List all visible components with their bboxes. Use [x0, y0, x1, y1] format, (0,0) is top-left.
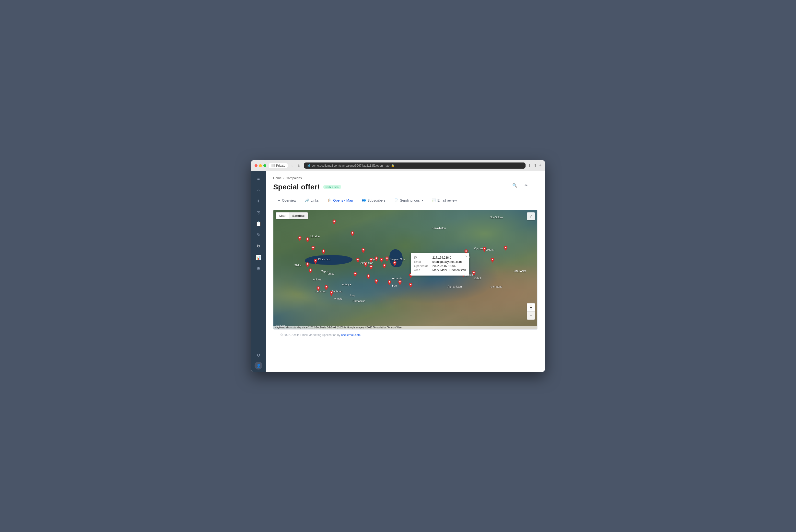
pin-41[interactable]	[504, 246, 507, 251]
close-button[interactable]	[254, 164, 258, 167]
pin-13[interactable]	[369, 258, 373, 263]
pin-26[interactable]	[409, 283, 413, 287]
sidebar-item-profile[interactable]: 👤	[254, 362, 262, 369]
popup-area-label: Area	[414, 268, 430, 272]
sidebar-item-campaigns[interactable]: ✈	[253, 196, 263, 206]
map-type-satellite[interactable]: Satellite	[289, 212, 308, 219]
browser-chrome: ⬜ Private ‹ ↻ M demo.acellemail.com/camp…	[251, 160, 545, 171]
pin-14[interactable]	[375, 256, 378, 261]
pin-9[interactable]	[322, 249, 325, 254]
sidebar-item-editor[interactable]: ✎	[253, 230, 263, 240]
tab-links-label: Links	[310, 198, 319, 202]
tab-opens-map-label: Opens - Map	[333, 198, 353, 202]
map-satellite: Map Satellite Ukraine Kazakhstan Black S…	[273, 210, 537, 329]
popup-opened-at-label: Opened at	[414, 264, 430, 268]
breadcrumb-home[interactable]: Home	[273, 176, 282, 180]
svg-point-43	[318, 287, 319, 289]
sidebar-item-analytics[interactable]: ↻	[253, 241, 263, 251]
pin-7[interactable]	[309, 268, 312, 273]
svg-point-25	[410, 284, 412, 285]
tab-sending-logs-label: Sending logs	[400, 198, 420, 202]
pin-40[interactable]	[491, 258, 494, 263]
map-zoom-in[interactable]: +	[527, 304, 535, 312]
share-icon[interactable]: ⬆	[534, 163, 537, 168]
map-type-map[interactable]: Map	[276, 212, 289, 219]
browser-actions: ⬇ ⬆ +	[528, 163, 542, 168]
pin-39[interactable]	[472, 271, 476, 276]
svg-point-15	[386, 258, 388, 259]
minimize-button[interactable]	[259, 164, 262, 167]
sidebar-item-settings[interactable]: ⚙	[253, 264, 263, 273]
pin-24[interactable]	[398, 280, 402, 285]
pin-44[interactable]	[317, 286, 320, 291]
sidebar-item-forms[interactable]: 📋	[253, 219, 263, 229]
pin-5[interactable]	[314, 259, 317, 264]
theme-button[interactable]: ☀	[522, 181, 530, 189]
pin-43[interactable]	[330, 291, 333, 296]
sidebar-item-reports[interactable]: 📊	[253, 252, 263, 262]
pin-15[interactable]	[380, 258, 383, 263]
page-header-area: 🔍 ☀ Home › Campaigns Special offer! SEND…	[273, 176, 537, 191]
maximize-button[interactable]	[263, 164, 266, 167]
search-button[interactable]: 🔍	[511, 181, 519, 189]
pin-3[interactable]	[306, 238, 309, 242]
pin-18[interactable]	[393, 261, 397, 266]
pin-22[interactable]	[375, 279, 378, 284]
pin-21[interactable]	[367, 274, 370, 279]
tabs: ✦ Overview 🔗 Links 📋 Opens - Map 👥 Subsc…	[273, 196, 537, 205]
sidebar-item-automation[interactable]: ◷	[253, 208, 263, 217]
sidebar-toggle[interactable]: ≡	[253, 174, 263, 184]
footer-link[interactable]: acellemail.com	[341, 333, 361, 337]
pin-11[interactable]	[356, 258, 360, 263]
back-button[interactable]: ‹	[290, 163, 294, 168]
popup-ip-label: IP	[414, 256, 430, 260]
pin-42[interactable]	[325, 285, 328, 290]
tab-links[interactable]: 🔗 Links	[301, 196, 323, 205]
tab-sending-logs[interactable]: 📄 Sending logs ▾	[390, 196, 428, 205]
label-baghdad: Iraq	[350, 294, 355, 297]
pin-1[interactable]	[333, 220, 336, 224]
download-icon[interactable]: ⬇	[528, 163, 531, 168]
links-icon: 🔗	[305, 198, 309, 202]
page-title-row: Special offer! SENDING	[273, 183, 537, 191]
pin-2[interactable]	[298, 236, 302, 241]
svg-point-38	[473, 272, 475, 273]
sidebar-item-history[interactable]: ↺	[253, 350, 263, 360]
lock-icon: 🔒	[391, 164, 395, 167]
tab-overview-label: Overview	[282, 198, 296, 202]
address-bar[interactable]: M demo.acellemail.com/campaigns/59674ae2…	[304, 163, 526, 169]
sending-logs-icon: 📄	[394, 198, 398, 202]
pin-10[interactable]	[362, 248, 365, 253]
private-icon: ⬜	[271, 164, 275, 167]
traffic-lights	[254, 164, 266, 167]
pin-4[interactable]	[311, 246, 315, 251]
tab-overview[interactable]: ✦ Overview	[273, 196, 301, 205]
pin-16[interactable]	[385, 256, 389, 261]
sidebar-item-home[interactable]: ⌂	[253, 185, 263, 195]
pin-20[interactable]	[354, 272, 357, 277]
tab-email-review[interactable]: 📊 Email review	[428, 196, 461, 205]
pin-8[interactable]	[351, 231, 354, 236]
pin-12[interactable]	[364, 262, 367, 267]
reload-button[interactable]: ↻	[296, 163, 302, 168]
map-fullscreen-button[interactable]: ⤢	[527, 212, 535, 220]
new-tab-icon[interactable]: +	[539, 163, 542, 168]
label-turkey: Turkey	[326, 272, 334, 275]
pin-6[interactable]	[306, 262, 309, 267]
popup-area-row: Area Mary, Mary, Turkmenistan	[414, 268, 466, 272]
svg-point-41	[325, 286, 327, 287]
svg-point-7	[352, 232, 354, 234]
tab-subscribers[interactable]: 👥 Subscribers	[357, 196, 390, 205]
pin-17[interactable]	[383, 264, 386, 268]
label-iraq: Damascus	[353, 300, 365, 302]
pin-23[interactable]	[388, 280, 391, 285]
popup-close-button[interactable]: ×	[465, 254, 467, 258]
map-zoom-out[interactable]: −	[527, 312, 535, 320]
pin-35[interactable]	[483, 247, 486, 252]
private-indicator: ⬜ Private	[269, 163, 288, 168]
pin-19[interactable]	[369, 265, 373, 270]
tab-opens-map[interactable]: 📋 Opens - Map	[323, 196, 357, 205]
popup-email-row: Email shaniqua@yahoo.com	[414, 260, 466, 264]
breadcrumb-current: Campaigns	[286, 176, 302, 180]
label-kazakhstan: Kazakhstan	[432, 227, 446, 230]
